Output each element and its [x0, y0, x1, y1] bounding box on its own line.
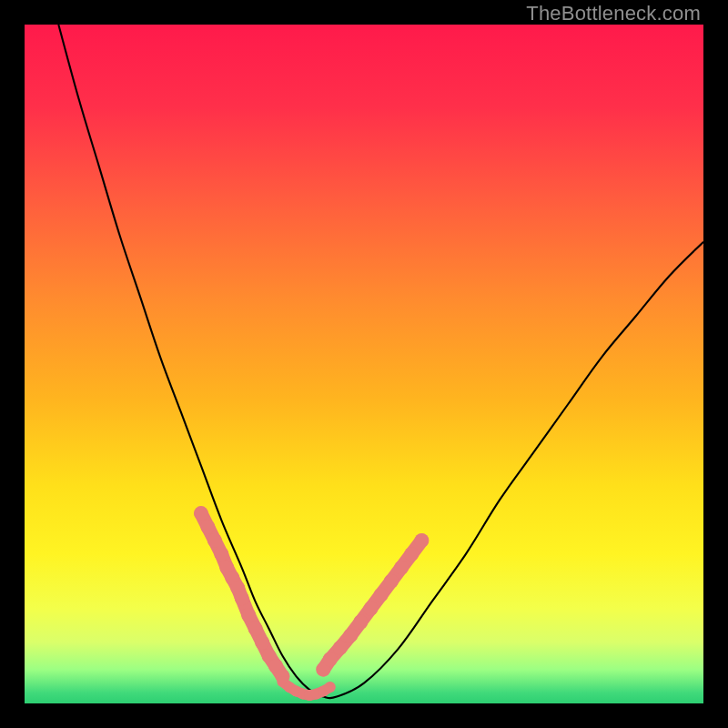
data-dot — [363, 602, 378, 616]
watermark-label: TheBottleneck.com — [526, 2, 701, 25]
data-dot — [255, 635, 269, 650]
data-dot — [248, 622, 263, 636]
chart-container: TheBottleneck.com — [0, 0, 728, 728]
data-dot — [333, 641, 348, 655]
chart-svg — [25, 25, 703, 703]
data-dot — [414, 533, 429, 548]
data-dot — [353, 614, 368, 629]
data-dot — [404, 547, 419, 561]
data-dots — [194, 506, 429, 701]
data-dot — [200, 520, 215, 534]
data-dot — [214, 547, 228, 561]
plot-area — [25, 25, 703, 703]
data-dot — [207, 533, 222, 548]
data-dot — [241, 608, 256, 622]
data-dot — [323, 652, 338, 667]
data-dot — [235, 591, 249, 605]
data-dot — [343, 628, 358, 642]
data-dot — [374, 588, 389, 602]
data-dot — [384, 574, 399, 589]
data-dot — [194, 506, 208, 521]
data-dot — [394, 561, 409, 575]
data-dot — [325, 682, 336, 693]
